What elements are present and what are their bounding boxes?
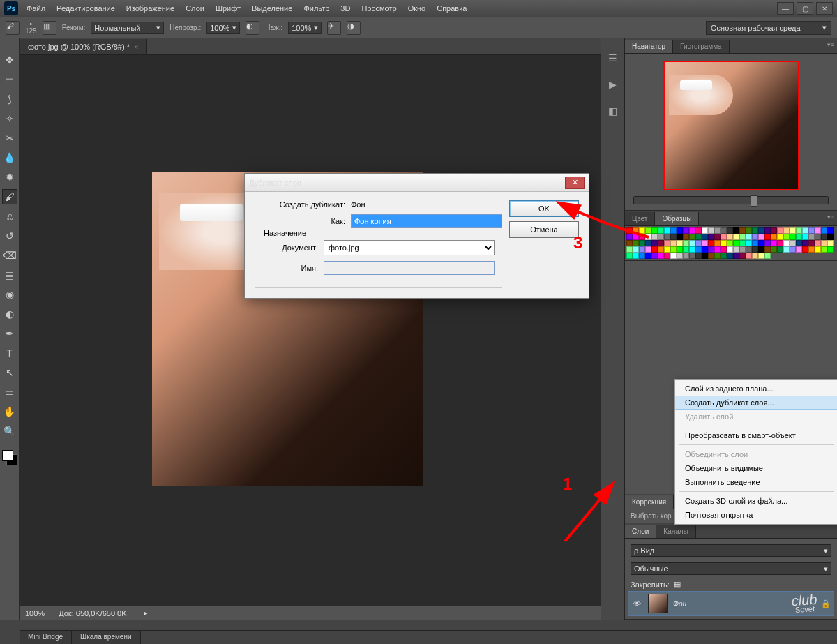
navigator-thumbnail[interactable] (663, 61, 799, 190)
workspace-select[interactable]: Основная рабочая среда▾ (706, 21, 831, 35)
swatch[interactable] (771, 246, 777, 253)
swatch[interactable] (790, 227, 796, 234)
swatch[interactable] (639, 253, 645, 259)
menu-просмотр[interactable]: Просмотр (356, 1, 402, 15)
swatch[interactable] (752, 253, 758, 259)
move-tool-icon[interactable]: ✥ (2, 52, 17, 68)
swatch[interactable] (821, 234, 827, 240)
swatch[interactable] (658, 227, 664, 234)
swatch[interactable] (664, 227, 670, 234)
ctx-item[interactable]: Преобразовать в смарт-объект (675, 428, 837, 442)
swatch[interactable] (815, 234, 821, 240)
swatch[interactable] (702, 246, 708, 253)
marquee-tool-icon[interactable]: ▭ (2, 72, 17, 87)
swatch[interactable] (783, 234, 790, 240)
zoom-tool-icon[interactable]: 🔍 (2, 424, 17, 439)
swatch[interactable] (670, 227, 677, 234)
swatch[interactable] (639, 234, 645, 240)
swatch[interactable] (721, 227, 727, 234)
crop-tool-icon[interactable]: ✂ (2, 130, 17, 146)
document-tab[interactable]: фото.jpg @ 100% (RGB/8#) * × (20, 39, 147, 54)
swatch[interactable] (714, 240, 721, 246)
swatch[interactable] (815, 246, 821, 253)
swatch[interactable] (752, 234, 758, 240)
swatch[interactable] (777, 227, 783, 234)
brush-size-value[interactable]: 125 (25, 28, 37, 35)
airbrush-icon[interactable]: ✈ (327, 21, 341, 35)
swatch[interactable] (821, 227, 827, 234)
swatch[interactable] (702, 227, 708, 234)
swatch[interactable] (771, 240, 777, 246)
swatch[interactable] (708, 234, 714, 240)
menu-шрифт[interactable]: Шрифт (210, 1, 246, 15)
swatch[interactable] (758, 234, 764, 240)
history-brush-tool-icon[interactable]: ↺ (2, 228, 17, 244)
actions-panel-icon[interactable]: ▶ (605, 77, 619, 91)
swatch[interactable] (821, 246, 827, 253)
swatch[interactable] (746, 246, 752, 253)
swatch[interactable] (633, 227, 639, 234)
layer-filter-select[interactable]: ρ Вид▾ (631, 544, 831, 557)
swatch[interactable] (808, 234, 815, 240)
swatch[interactable] (683, 246, 689, 253)
document-select[interactable]: фото.jpg (324, 240, 495, 255)
swatch[interactable] (633, 253, 639, 259)
swatch[interactable] (633, 234, 639, 240)
window-close-button[interactable]: ✕ (816, 2, 833, 15)
swatch[interactable] (639, 240, 645, 246)
dialog-close-button[interactable]: ✕ (565, 177, 585, 189)
swatch[interactable] (695, 234, 702, 240)
hand-tool-icon[interactable]: ✋ (2, 404, 17, 419)
swatch[interactable] (739, 234, 746, 240)
swatch[interactable] (670, 246, 677, 253)
swatch[interactable] (658, 246, 664, 253)
layer-visibility-icon[interactable]: 👁 (631, 599, 642, 608)
opacity-field[interactable]: 100%▾ (206, 22, 240, 34)
swatch[interactable] (827, 240, 834, 246)
swatch[interactable] (802, 227, 808, 234)
navigator-zoom-slider[interactable] (633, 196, 829, 204)
swatches-grid[interactable] (625, 226, 837, 260)
swatch[interactable] (695, 253, 702, 259)
tab-timeline[interactable]: Шкала времени (72, 631, 140, 644)
swatch[interactable] (658, 234, 664, 240)
status-chevron-icon[interactable]: ▸ (144, 608, 148, 617)
swatch[interactable] (752, 246, 758, 253)
swatch[interactable] (626, 227, 633, 234)
swatch[interactable] (689, 240, 695, 246)
swatch[interactable] (808, 240, 815, 246)
swatch[interactable] (651, 234, 658, 240)
tab-histogram[interactable]: Гистограмма (673, 40, 730, 53)
color-swatches[interactable] (2, 450, 17, 465)
cancel-button[interactable]: Отмена (509, 221, 579, 238)
swatch[interactable] (808, 227, 815, 234)
tab-mini-bridge[interactable]: Mini Bridge (20, 631, 72, 644)
swatch[interactable] (714, 227, 721, 234)
swatch[interactable] (733, 240, 739, 246)
ok-button[interactable]: OK (509, 200, 579, 217)
swatch[interactable] (677, 234, 683, 240)
swatch[interactable] (689, 253, 695, 259)
swatch[interactable] (746, 234, 752, 240)
swatch[interactable] (645, 246, 651, 253)
swatch[interactable] (645, 253, 651, 259)
dialog-titlebar[interactable]: Дубликат слоя ✕ (245, 174, 589, 192)
swatch[interactable] (815, 240, 821, 246)
menu-редактирование[interactable]: Редактирование (51, 1, 121, 15)
type-tool-icon[interactable]: T (2, 345, 17, 361)
clone-stamp-tool-icon[interactable]: ⎌ (2, 209, 17, 224)
swatch[interactable] (739, 240, 746, 246)
dodge-tool-icon[interactable]: ◐ (2, 306, 17, 322)
swatch[interactable] (777, 240, 783, 246)
menu-слои[interactable]: Слои (180, 1, 210, 15)
swatch[interactable] (727, 227, 733, 234)
ctx-item[interactable]: Объединить видимые (675, 461, 837, 475)
swatch[interactable] (790, 240, 796, 246)
swatch[interactable] (758, 253, 764, 259)
ctx-item[interactable]: Слой из заднего плана... (675, 382, 837, 396)
swatch[interactable] (664, 253, 670, 259)
swatch[interactable] (708, 253, 714, 259)
swatch[interactable] (658, 240, 664, 246)
swatch[interactable] (721, 253, 727, 259)
swatch[interactable] (802, 240, 808, 246)
